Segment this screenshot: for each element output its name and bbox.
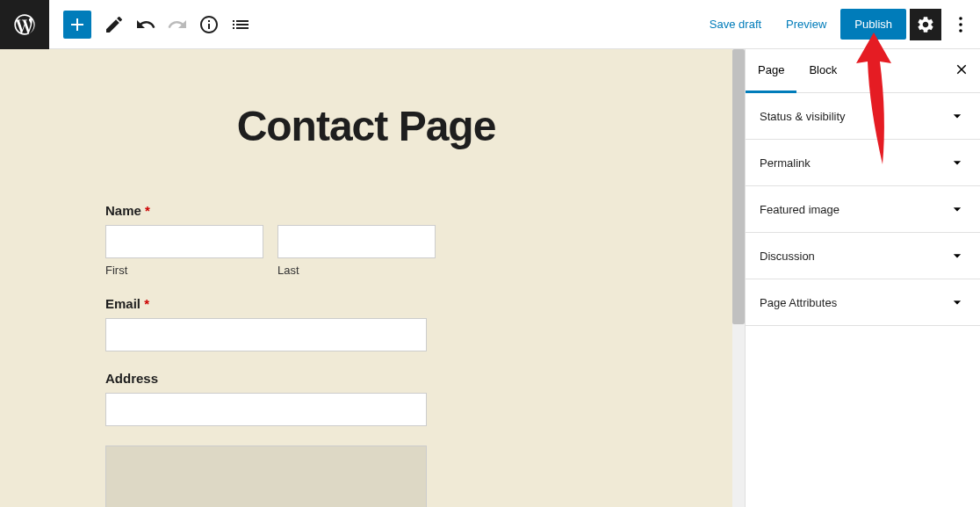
panel-page-attributes[interactable]: Page Attributes [746,279,980,326]
svg-point-0 [959,17,962,20]
scrollbar[interactable] [732,49,745,507]
panel-label: Permalink [760,156,811,170]
editor-toolbar: Save draft Preview Publish [0,0,980,49]
undo-icon [135,14,156,35]
save-draft-button[interactable]: Save draft [699,11,772,38]
tool-buttons [49,9,256,40]
last-sub-label: Last [277,264,436,277]
chevron-down-icon [948,200,966,218]
email-input[interactable] [105,318,427,351]
tab-block[interactable]: Block [796,49,849,93]
edit-tool-button[interactable] [98,9,130,40]
preview-button[interactable]: Preview [775,11,837,38]
plus-icon [67,14,88,35]
chevron-down-icon [948,154,966,171]
dots-vertical-icon [950,14,971,35]
pencil-icon [104,14,125,35]
address-textarea[interactable] [105,445,427,507]
first-sub-label: First [105,264,263,277]
close-sidebar-button[interactable] [943,51,980,91]
panel-label: Featured image [760,203,839,216]
settings-sidebar: Page Block Status & visibility Permalink… [745,49,980,507]
svg-point-2 [959,29,962,33]
name-label: Name * [105,203,557,218]
undo-button[interactable] [130,9,162,40]
workspace: Contact Page Name * First Last [0,49,980,507]
panel-label: Discussion [760,250,815,263]
first-name-input[interactable] [105,225,263,258]
chevron-down-icon [948,107,966,125]
outline-button[interactable] [225,9,256,40]
last-name-input[interactable] [277,225,436,258]
panel-label: Status & visibility [760,110,846,123]
redo-button [162,9,193,40]
editor-wrap: Contact Page Name * First Last [0,49,745,507]
settings-button[interactable] [910,9,941,40]
panel-featured-image[interactable]: Featured image [746,186,980,233]
panel-label: Page Attributes [760,296,837,309]
close-icon [954,62,969,77]
info-icon [198,14,220,35]
sidebar-tabs: Page Block [746,49,980,93]
publish-button[interactable]: Publish [840,9,906,40]
email-field: Email * [105,296,557,351]
panel-status-visibility[interactable]: Status & visibility [746,93,980,140]
name-field: Name * First Last [105,203,557,277]
required-mark: * [145,203,150,218]
more-options-button[interactable] [945,9,976,40]
gear-icon [916,15,935,34]
chevron-down-icon [948,247,966,264]
info-button[interactable] [193,9,225,40]
redo-icon [167,14,188,35]
editor-canvas[interactable]: Contact Page Name * First Last [0,49,732,507]
page-title[interactable]: Contact Page [0,102,732,150]
address-input[interactable] [105,393,427,426]
chevron-down-icon [948,293,966,311]
toolbar-actions: Save draft Preview Publish [699,9,980,40]
contact-form: Name * First Last Email * [88,203,732,507]
add-block-button[interactable] [63,11,91,39]
tab-page[interactable]: Page [746,49,796,93]
required-mark: * [144,296,149,311]
wordpress-icon [12,12,37,37]
panel-permalink[interactable]: Permalink [746,140,980,186]
email-label: Email * [105,296,557,311]
wp-logo[interactable] [0,0,49,49]
address-field: Address [105,371,557,426]
address-label: Address [105,371,557,386]
svg-point-1 [959,23,962,26]
list-icon [230,14,251,35]
panel-discussion[interactable]: Discussion [746,233,980,279]
